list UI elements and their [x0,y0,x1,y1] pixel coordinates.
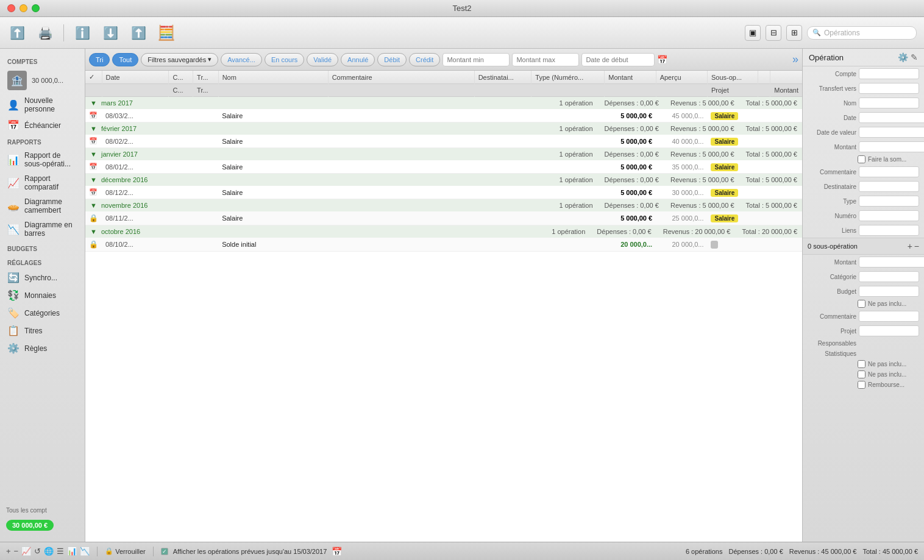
month-summary: 1 opération Dépenses : 0,00 € Revenus : … [169,148,802,161]
row-c [169,211,193,225]
sidebar-item-titres[interactable]: 📋 Titres [0,322,85,339]
sidebar-item-synchro[interactable]: 🔄 Synchro... [0,269,85,286]
select-categorie[interactable] [859,271,919,282]
row-col2 [770,109,802,122]
month-row[interactable]: ▼ mars 2017 1 opération Dépenses : 0,00 … [85,97,802,110]
sidebar-item-regles[interactable]: ⚙️ Règles [0,339,85,357]
minimize-button[interactable] [20,4,27,12]
select-commentaire2[interactable] [859,311,919,322]
lock-button[interactable]: 🔒 Verrouiller [105,547,146,555]
select-nom[interactable] [859,97,919,108]
select-destinataire[interactable] [859,181,919,192]
sidebar-item-rapport1[interactable]: 📊 Rapport de sous-opérati... [0,148,85,171]
filter-tri[interactable]: Tri [89,53,110,66]
month-label[interactable]: ▼ décembre 2016 [85,174,169,186]
sidebar-item-rapport3[interactable]: 🥧 Diagramme camembert [0,194,85,218]
search-box[interactable]: 🔍 Opérations [807,26,917,40]
month-total: Total : 5 000,00 € [746,202,797,209]
sidebar-item-echeancier[interactable]: 📅 Échéancier [0,116,85,134]
filter-credit[interactable]: Crédit [409,53,440,66]
table-row[interactable]: 📅 08/12/2... Salaire 5 000,00 € 30 000,0… [85,186,802,199]
sous-op-add-icon[interactable]: + [908,241,912,251]
month-label[interactable]: ▼ mars 2017 [85,97,169,110]
close-button[interactable] [7,4,15,12]
month-label[interactable]: ▼ février 2017 [85,122,169,135]
filter-debit[interactable]: Débit [377,53,407,66]
select-projet[interactable] [859,325,919,336]
remove-icon[interactable]: − [14,547,19,556]
checkbox-rembourse[interactable] [858,381,865,389]
sidebar-item-categories[interactable]: 🏷️ Catégories [0,304,85,322]
refresh-icon[interactable]: ↺ [34,547,41,556]
info-icon[interactable]: ℹ️ [73,23,92,43]
filter-more-icon[interactable]: » [792,53,798,66]
import-icon[interactable]: ⬆️ [7,23,27,43]
chart-icon2[interactable]: 📈 [21,547,31,556]
select-type[interactable] [859,196,919,207]
row-check: 📅 [85,135,102,148]
month-label[interactable]: ▼ novembre 2016 [85,199,169,212]
table-row[interactable]: 📅 08/03/2... Salaire 5 000,00 € 45 000,0… [85,109,802,122]
checkbox-ne-pas-inclu3[interactable] [858,370,865,378]
filter-filtres[interactable]: Filtres sauvegardés ▾ [141,53,218,66]
table-row[interactable]: 📅 08/02/2... Salaire 5 000,00 € 40 000,0… [85,135,802,148]
month-label[interactable]: ▼ octobre 2016 [85,225,169,238]
input-date-valeur[interactable] [859,127,924,138]
calculator-icon[interactable]: 🧮 [157,23,176,43]
filter-valide[interactable]: Validé [307,53,338,66]
sous-op-remove-icon[interactable]: − [914,241,919,251]
row-col2 [770,238,802,252]
view-single-icon[interactable]: ▣ [745,25,761,41]
checkbox-ne-pas-inclu1[interactable] [858,300,865,308]
table-row[interactable]: 📅 08/01/2... Salaire 5 000,00 € 35 000,0… [85,160,802,174]
checkbox-ne-pas-inclu2[interactable] [858,360,865,368]
line-chart-icon[interactable]: 📉 [80,547,90,556]
sidebar-item-rapport2[interactable]: 📈 Rapport comparatif [0,171,85,194]
montant-max-input[interactable] [512,53,579,66]
sidebar-item-rapport4[interactable]: 📉 Diagramme en barres [0,218,85,241]
calendar-grid-icon[interactable]: 📅 [332,547,342,556]
upload-icon[interactable]: ⬆️ [129,23,148,43]
bar-chart-icon[interactable]: 📊 [67,547,77,556]
table-row[interactable]: 🔒 08/11/2... Salaire 5 000,00 € 25 000,0… [85,211,802,225]
month-row[interactable]: ▼ février 2017 1 opération Dépenses : 0,… [85,122,802,135]
status-revenus: Revenus : 45 000,00 € [789,548,857,555]
select-commentaire[interactable] [859,166,919,177]
table-row[interactable]: 🔒 08/10/2... Solde initial 20 000,0... 2… [85,238,802,252]
table-icon[interactable]: ☰ [57,547,64,556]
month-label[interactable]: ▼ janvier 2017 [85,148,169,161]
print-icon[interactable]: 🖨️ [35,23,55,43]
download-icon[interactable]: ⬇️ [101,23,120,43]
month-row[interactable]: ▼ décembre 2016 1 opération Dépenses : 0… [85,174,802,186]
filter-tout[interactable]: Tout [112,53,138,66]
filter-avance[interactable]: Avancé... [221,53,262,66]
maximize-button[interactable] [32,4,40,12]
select-liens[interactable] [859,225,919,236]
gear-icon[interactable]: ⚙️ ✎ [898,52,918,62]
month-row[interactable]: ▼ janvier 2017 1 opération Dépenses : 0,… [85,148,802,161]
month-row[interactable]: ▼ novembre 2016 1 opération Dépenses : 0… [85,199,802,212]
sidebar-item-monnaies[interactable]: 💱 Monnaies [0,286,85,304]
date-debut-input[interactable] [581,53,655,66]
th2-col1 [758,84,770,97]
input-montant[interactable] [859,141,924,152]
checkbox-faire-somme[interactable] [858,155,865,163]
select-compte[interactable] [859,68,919,79]
filter-annule[interactable]: Annulé [341,53,375,66]
select-numero[interactable] [859,210,919,221]
select-budget[interactable] [859,286,919,297]
view-split-icon[interactable]: ⊟ [766,25,781,41]
calendar-picker-icon[interactable]: 📅 [657,55,667,65]
window-controls[interactable] [7,4,40,12]
add-icon[interactable]: + [6,547,11,556]
input-date[interactable] [859,112,924,123]
montant-min-input[interactable] [442,53,510,66]
sidebar-account[interactable]: 🏦 30 000,0... [0,68,85,93]
globe-icon[interactable]: 🌐 [44,547,54,556]
sidebar-item-nouvelle-personne[interactable]: 👤 Nouvelle personne [0,93,85,116]
select-transfert[interactable] [859,83,919,94]
filter-en-cours[interactable]: En cours [265,53,304,66]
view-dual-icon[interactable]: ⊞ [786,25,802,41]
input-montant2[interactable] [859,257,924,268]
month-row[interactable]: ▼ octobre 2016 1 opération Dépenses : 0,… [85,225,802,238]
